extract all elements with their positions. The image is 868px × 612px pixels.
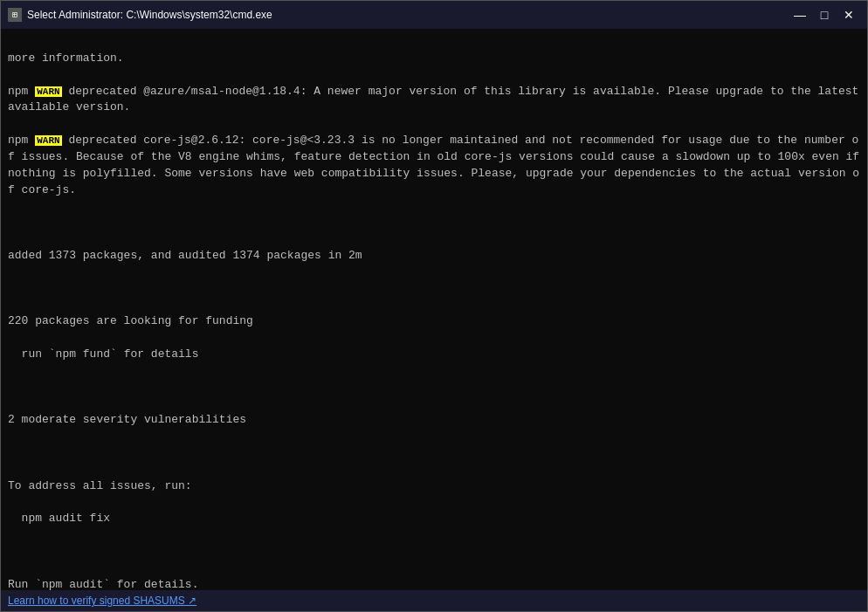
window-title: Select Administrator: C:\Windows\system3… [27,9,272,21]
line-6: run `npm fund` for details [8,347,860,363]
line-1: more information. [8,51,860,67]
terminal-output[interactable]: more information. npm WARN deprecated @a… [1,29,867,590]
line-5: 220 packages are looking for funding [8,313,860,330]
line-blank-5 [8,544,860,560]
restore-button[interactable]: □ [813,6,836,24]
line-8: To address all issues, run: [8,478,860,495]
line-10: Run `npm audit` for details. [8,577,860,590]
bottom-bar: Learn how to verify signed SHASUMS ↗ [1,590,867,611]
window-controls[interactable]: — □ ✕ [789,6,860,24]
line-blank-2 [8,281,860,298]
line-7: 2 moderate severity vulnerabilities [8,412,860,429]
title-bar-left: ⊞ Select Administrator: C:\Windows\syste… [8,8,272,22]
minimize-button[interactable]: — [789,6,811,24]
cmd-icon: ⊞ [8,8,22,22]
cmd-window: ⊞ Select Administrator: C:\Windows\syste… [0,0,868,612]
line-4: added 1373 packages, and audited 1374 pa… [8,248,860,265]
line-3: npm WARN deprecated core-js@2.6.12: core… [8,133,860,198]
learn-link[interactable]: Learn how to verify signed SHASUMS ↗ [8,595,196,607]
line-blank-4 [8,445,860,462]
title-bar: ⊞ Select Administrator: C:\Windows\syste… [1,1,867,29]
line-2: npm WARN deprecated @azure/msal-node@1.1… [8,84,860,117]
line-blank-3 [8,380,860,396]
line-9: npm audit fix [8,511,860,527]
line-blank-1 [8,215,860,231]
close-button[interactable]: ✕ [837,6,860,24]
